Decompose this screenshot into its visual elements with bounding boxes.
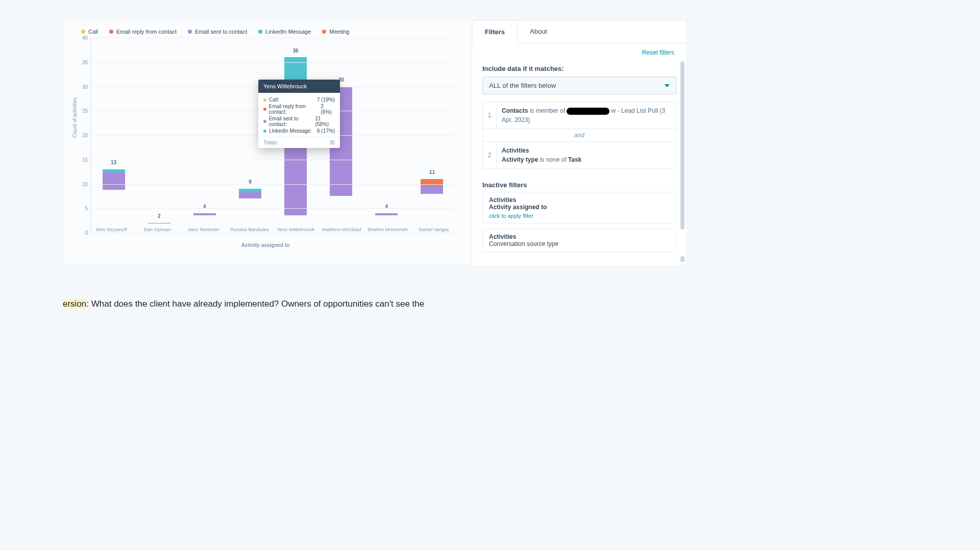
bar-segment	[239, 192, 261, 199]
document-text-line: ersion: What does the client have alread…	[63, 299, 424, 309]
tooltip-body: Call:7 (19%)Email reply from contact:2 (…	[258, 93, 340, 137]
filters-pane: Filters About Reset filters Include data…	[472, 20, 687, 265]
tooltip-footer-value: 36	[329, 140, 335, 145]
legend-label: Meeting	[329, 29, 349, 35]
bar-chart[interactable]: 132493630411 Yens Wittebrouck Call:7 (19…	[90, 38, 455, 233]
bar-total-label: 13	[111, 160, 116, 165]
y-tick: 25	[77, 108, 88, 114]
dropdown-value: ALL of the filters below	[489, 82, 556, 89]
inactive-filters-label: Inactive filters	[482, 181, 676, 189]
bar-total-label: 11	[429, 169, 435, 175]
bar-total-label: 36	[293, 48, 299, 54]
active-filters-card: 1 Contacts is member of w - Lead List Pu…	[482, 102, 676, 169]
y-tick: 20	[77, 133, 88, 138]
chart-tooltip: Yens Wittebrouck Call:7 (19%)Email reply…	[258, 80, 340, 148]
tooltip-row: LinkedIn Message:6 (17%)	[263, 128, 335, 134]
match-mode-label: Include data if it matches:	[482, 65, 676, 72]
filter-object: Activities	[489, 233, 670, 240]
y-axis-label: Count of activities	[72, 97, 78, 138]
filter-row-1[interactable]: 1 Contacts is member of w - Lead List Pu…	[483, 102, 676, 129]
filter-index: 1	[483, 102, 497, 129]
y-tick: 40	[77, 35, 88, 41]
legend-label: Email sent to contact	[195, 29, 247, 35]
legend-label: LinkedIn Message	[265, 29, 311, 35]
tooltip-title: Yens Wittebrouck	[258, 80, 340, 93]
tooltip-row: Email sent to contact:21 (58%)	[263, 116, 335, 127]
tooltip-footer: Totals: 36	[258, 137, 340, 148]
chart-legend: Call Email reply from contact Email sent…	[66, 26, 465, 35]
gridline	[91, 160, 455, 160]
x-tick: Yens Wittebrouck	[273, 227, 318, 232]
match-mode-dropdown[interactable]: ALL of the filters below	[482, 77, 676, 94]
filter-object: Contacts	[502, 107, 528, 114]
inactive-filter-1[interactable]: Activities Activity assigned to click to…	[482, 192, 676, 223]
y-tick: 0	[77, 230, 88, 236]
chevron-down-icon	[665, 84, 670, 87]
bar-segment	[421, 186, 443, 194]
tab-filters[interactable]: Filters	[472, 20, 518, 43]
x-axis-ticks: Wes StoyanoffDan OprisanJairo Teinturier…	[88, 227, 457, 232]
chart-pane: Call Email reply from contact Email sent…	[64, 20, 467, 265]
legend-dot	[81, 30, 85, 34]
filter-row-2[interactable]: 2 Activities Activity type is none of Ta…	[483, 142, 676, 168]
tab-row: Filters About	[472, 20, 687, 43]
filter-text: is member of	[530, 107, 565, 114]
x-tick: Matthew McGlead	[318, 227, 364, 232]
redacted-value	[567, 108, 609, 115]
filter-object: Activities	[489, 196, 670, 204]
gridline	[91, 208, 455, 209]
filter-object: Activities	[502, 147, 529, 154]
gridline	[91, 184, 455, 185]
x-tick: Dan Oprisan	[134, 227, 180, 232]
legend-item-sent[interactable]: Email sent to contact	[188, 29, 247, 35]
tooltip-row: Email reply from contact:2 (6%)	[263, 104, 335, 115]
bar-segment	[421, 179, 443, 186]
x-axis-label: Activity assigned to	[66, 242, 465, 248]
legend-dot	[188, 30, 192, 34]
bar-stack	[421, 179, 443, 233]
bar-segment	[148, 223, 170, 223]
bar-segment	[103, 172, 125, 190]
legend-dot	[258, 30, 262, 34]
y-tick: 30	[77, 84, 88, 89]
highlighted-text: ersion	[63, 299, 86, 309]
y-tick: 5	[77, 206, 88, 211]
x-tick: Daniel Vargas	[411, 227, 457, 232]
reset-filters-link[interactable]: Reset filters	[642, 49, 674, 56]
bar-total-label: 2	[158, 213, 161, 219]
y-tick: 35	[77, 59, 88, 65]
tab-about[interactable]: About	[518, 20, 559, 43]
x-tick: Roxana Banduiea	[227, 227, 273, 232]
bar-segment	[193, 213, 216, 215]
legend-item-reply[interactable]: Email reply from contact	[109, 29, 177, 35]
x-tick: Wes Stoyanoff	[88, 227, 134, 232]
filter-field: Conversation source type	[489, 240, 558, 247]
x-tick: Ibrahim Mneimneh	[365, 227, 411, 232]
legend-label: Email reply from contact	[116, 29, 177, 35]
filter-field: Activity type	[502, 156, 538, 163]
legend-item-meeting[interactable]: Meeting	[322, 29, 349, 35]
report-shell: Call Email reply from contact Email sent…	[64, 20, 687, 265]
legend-dot	[322, 30, 326, 34]
bar-segment	[375, 213, 398, 215]
gridline	[91, 233, 455, 233]
filter-and-separator: and	[483, 129, 676, 142]
y-tick: 15	[77, 157, 88, 162]
tooltip-row: Call:7 (19%)	[263, 97, 335, 103]
legend-item-call[interactable]: Call	[81, 29, 98, 35]
y-tick: 10	[77, 181, 88, 187]
gridline	[91, 62, 455, 63]
legend-item-linkedin[interactable]: LinkedIn Message	[258, 29, 311, 35]
legend-label: Call	[88, 29, 98, 35]
filter-body: Contacts is member of w - Lead List Pull…	[497, 102, 676, 129]
tooltip-footer-label: Totals:	[263, 140, 278, 145]
legend-dot	[109, 30, 113, 34]
scrollbar[interactable]	[680, 61, 684, 230]
filter-body: Activities Activity type is none of Task	[497, 142, 676, 168]
x-tick: Jairo Teinturier	[181, 227, 227, 232]
scrollbar-thumb[interactable]	[680, 256, 684, 262]
filter-text: is none of	[538, 156, 568, 163]
apply-hint: click to apply filter	[489, 213, 670, 219]
filter-index: 2	[483, 142, 497, 168]
inactive-filter-2[interactable]: Activities Conversation source type	[482, 229, 676, 252]
